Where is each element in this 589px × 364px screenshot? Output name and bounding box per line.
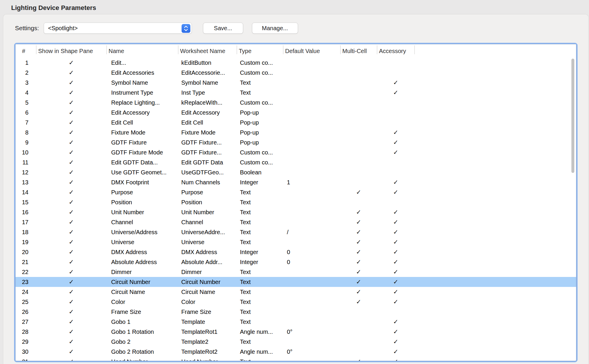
- checkmark-icon[interactable]: ✓: [69, 239, 74, 245]
- table-row[interactable]: 12✓Use GDTF Geomet...UseGDTFGeo...Boolea…: [16, 167, 576, 177]
- checkmark-icon[interactable]: ✓: [393, 278, 398, 285]
- checkmark-icon[interactable]: ✓: [356, 268, 361, 275]
- checkmark-icon[interactable]: ✓: [69, 179, 74, 186]
- checkmark-icon[interactable]: ✓: [356, 258, 361, 265]
- table-row[interactable]: 20✓DMX AddressDMX AddressInteger0✓✓: [16, 247, 576, 257]
- checkmark-icon[interactable]: ✓: [69, 69, 74, 76]
- checkmark-icon[interactable]: ✓: [69, 348, 74, 355]
- checkmark-icon[interactable]: ✓: [393, 209, 398, 215]
- checkmark-icon[interactable]: ✓: [69, 249, 74, 255]
- checkmark-icon[interactable]: ✓: [69, 139, 74, 146]
- table-row[interactable]: 22✓DimmerDimmerText✓✓: [16, 267, 576, 277]
- checkmark-icon[interactable]: ✓: [393, 219, 398, 225]
- table-row[interactable]: 24✓Circuit NameCircuit NameText✓✓: [16, 287, 576, 297]
- table-row[interactable]: 5✓Replace Lighting...kReplaceWith...Cust…: [16, 98, 576, 108]
- checkmark-icon[interactable]: ✓: [356, 278, 361, 285]
- checkmark-icon[interactable]: ✓: [393, 318, 398, 325]
- checkmark-icon[interactable]: ✓: [356, 229, 361, 235]
- checkmark-icon[interactable]: ✓: [393, 179, 398, 186]
- table-row[interactable]: 26✓Frame SizeFrame SizeText: [16, 307, 576, 317]
- checkmark-icon[interactable]: ✓: [69, 298, 74, 305]
- checkmark-icon[interactable]: ✓: [69, 308, 74, 315]
- settings-dropdown[interactable]: <Spotlight>: [44, 23, 192, 34]
- checkmark-icon[interactable]: ✓: [356, 189, 361, 195]
- checkmark-icon[interactable]: ✓: [393, 348, 398, 355]
- vertical-scrollbar[interactable]: [571, 59, 574, 173]
- checkmark-icon[interactable]: ✓: [69, 358, 74, 361]
- table-row[interactable]: 16✓Unit NumberUnit NumberText✓✓: [16, 207, 576, 217]
- checkmark-icon[interactable]: ✓: [393, 89, 398, 96]
- table-row[interactable]: 2✓Edit AccessoriesEditAccessorie...Custo…: [16, 68, 576, 78]
- checkmark-icon[interactable]: ✓: [69, 169, 74, 176]
- checkmark-icon[interactable]: ✓: [69, 109, 74, 116]
- checkmark-icon[interactable]: ✓: [393, 129, 398, 136]
- checkmark-icon[interactable]: ✓: [393, 229, 398, 235]
- checkmark-icon[interactable]: ✓: [69, 338, 74, 345]
- checkmark-icon[interactable]: ✓: [356, 288, 361, 295]
- table-row[interactable]: 14✓PurposePurposeText✓✓: [16, 187, 576, 197]
- table-row[interactable]: 15✓PositionPositionText: [16, 197, 576, 207]
- checkmark-icon[interactable]: ✓: [393, 288, 398, 295]
- table-row[interactable]: 21✓Absolute AddressAbsolute Addr...Integ…: [16, 257, 576, 267]
- table-row[interactable]: 3✓Symbol NameSymbol NameText✓: [16, 78, 576, 88]
- checkmark-icon[interactable]: ✓: [69, 229, 74, 235]
- checkmark-icon[interactable]: ✓: [393, 189, 398, 195]
- checkmark-icon[interactable]: ✓: [393, 358, 398, 361]
- table-row[interactable]: 6✓Edit AccessoryEdit AccessoryPop-up: [16, 108, 576, 118]
- checkmark-icon[interactable]: ✓: [69, 318, 74, 325]
- checkmark-icon[interactable]: ✓: [69, 129, 74, 136]
- checkmark-icon[interactable]: ✓: [393, 79, 398, 86]
- table-row[interactable]: 13✓DMX FootprintNum ChannelsInteger1✓: [16, 177, 576, 187]
- checkmark-icon[interactable]: ✓: [69, 79, 74, 86]
- checkmark-icon[interactable]: ✓: [356, 249, 361, 255]
- table-row[interactable]: 30✓Gobo 2 RotationTemplateRot2Angle num.…: [16, 347, 576, 357]
- checkmark-icon[interactable]: ✓: [69, 199, 74, 205]
- table-row[interactable]: 27✓Gobo 1TemplateText✓: [16, 317, 576, 327]
- checkmark-icon[interactable]: ✓: [393, 328, 398, 335]
- checkmark-icon[interactable]: ✓: [69, 99, 74, 106]
- checkmark-icon[interactable]: ✓: [69, 288, 74, 295]
- checkmark-icon[interactable]: ✓: [356, 239, 361, 245]
- checkmark-icon[interactable]: ✓: [393, 298, 398, 305]
- checkmark-icon[interactable]: ✓: [393, 239, 398, 245]
- table-row[interactable]: 29✓Gobo 2Template2Text✓: [16, 337, 576, 347]
- table-row[interactable]: 1✓Edit...kEditButtonCustom co...: [16, 58, 576, 68]
- checkmark-icon[interactable]: ✓: [356, 298, 361, 305]
- save-button[interactable]: Save...: [203, 23, 243, 34]
- manage-button[interactable]: Manage...: [252, 23, 298, 34]
- checkmark-icon[interactable]: ✓: [393, 258, 398, 265]
- table-row[interactable]: 25✓ColorColorText✓✓: [16, 297, 576, 307]
- table-row[interactable]: 18✓Universe/AddressUniverseAddre...Text/…: [16, 227, 576, 237]
- table-row[interactable]: 8✓Fixture ModeFixture ModePop-up✓: [16, 127, 576, 137]
- table-row[interactable]: 11✓Edit GDTF Data...Edit GDTF DataCustom…: [16, 157, 576, 167]
- checkmark-icon[interactable]: ✓: [69, 189, 74, 195]
- checkmark-icon[interactable]: ✓: [69, 149, 74, 156]
- checkmark-icon[interactable]: ✓: [393, 249, 398, 255]
- table-row[interactable]: 10✓GDTF Fixture ModeGDTF Fixture...Custo…: [16, 147, 576, 157]
- checkmark-icon[interactable]: ✓: [69, 209, 74, 215]
- table-row[interactable]: 31✓Head NumberHead NumberText✓✓: [16, 357, 576, 361]
- checkmark-icon[interactable]: ✓: [69, 268, 74, 275]
- checkmark-icon[interactable]: ✓: [69, 328, 74, 335]
- checkmark-icon[interactable]: ✓: [69, 219, 74, 225]
- checkmark-icon[interactable]: ✓: [393, 149, 398, 156]
- checkmark-icon[interactable]: ✓: [356, 219, 361, 225]
- table-row[interactable]: 19✓UniverseUniverseText✓✓: [16, 237, 576, 247]
- checkmark-icon[interactable]: ✓: [393, 268, 398, 275]
- checkmark-icon[interactable]: ✓: [356, 209, 361, 215]
- table-row[interactable]: 28✓Gobo 1 RotationTemplateRot1Angle num.…: [16, 327, 576, 337]
- checkmark-icon[interactable]: ✓: [69, 258, 74, 265]
- checkmark-icon[interactable]: ✓: [356, 358, 361, 361]
- checkmark-icon[interactable]: ✓: [69, 59, 74, 66]
- checkmark-icon[interactable]: ✓: [393, 338, 398, 345]
- checkmark-icon[interactable]: ✓: [393, 139, 398, 146]
- table-row[interactable]: 23✓Circuit NumberCircuit NumberText✓✓: [16, 277, 576, 287]
- checkmark-icon[interactable]: ✓: [69, 278, 74, 285]
- checkmark-icon[interactable]: ✓: [69, 89, 74, 96]
- checkmark-icon[interactable]: ✓: [69, 159, 74, 166]
- checkmark-icon[interactable]: ✓: [69, 119, 74, 126]
- table-row[interactable]: 4✓Instrument TypeInst TypeText✓: [16, 88, 576, 98]
- table-row[interactable]: 9✓GDTF FixtureGDTF Fixture...Pop-up✓: [16, 137, 576, 147]
- table-row[interactable]: 7✓Edit CellEdit CellPop-up: [16, 118, 576, 127]
- table-row[interactable]: 17✓ChannelChannelText✓✓: [16, 217, 576, 227]
